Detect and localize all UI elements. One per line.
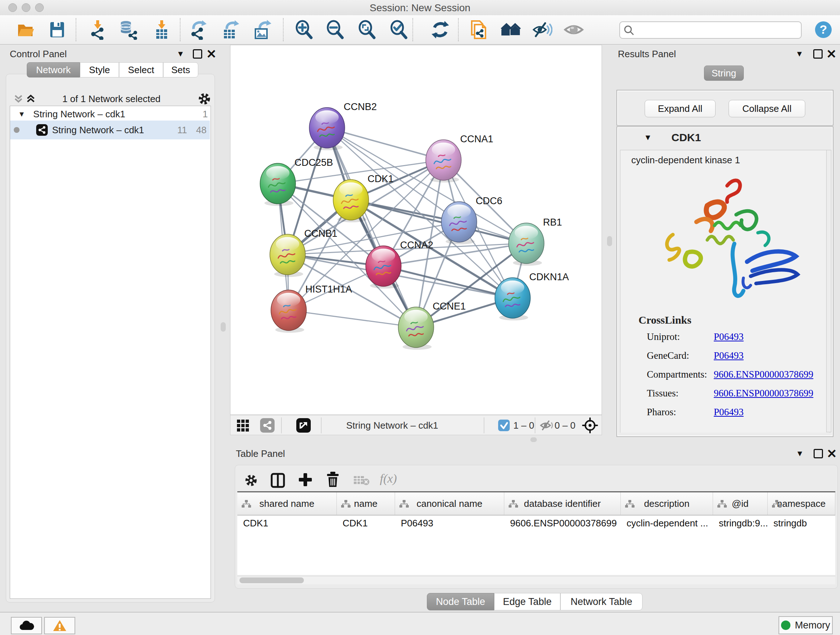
delete-table-icon[interactable] [353, 475, 370, 488]
control-panel-tabs: NetworkStyleSelectSets [27, 62, 198, 78]
results-panel-close-icon[interactable]: ✕ [826, 48, 837, 60]
table-hscrollbar-thumb[interactable] [240, 578, 304, 583]
table-cell[interactable]: 9606.ENSP00000378699 [504, 515, 621, 532]
table-cell[interactable]: P06493 [395, 515, 504, 532]
column-header--id[interactable]: @id [713, 492, 767, 515]
hide-selected-icon[interactable] [532, 19, 553, 40]
network-badge-icon[interactable] [260, 418, 275, 434]
network-row-selected[interactable]: String Network – cdk1 11 48 [10, 120, 210, 139]
show-columns-icon[interactable] [270, 472, 286, 490]
table-cell[interactable]: CDK1 [237, 515, 337, 532]
zoom-in-icon[interactable] [294, 19, 314, 40]
protein-collapse-icon[interactable]: ▼ [644, 134, 652, 141]
expand-all-tree-icon[interactable] [26, 93, 35, 106]
delete-column-trash-icon[interactable] [325, 471, 341, 489]
tab-network-table[interactable]: Network Table [561, 593, 643, 610]
open-in-browser-icon[interactable] [296, 418, 311, 434]
column-header-description[interactable]: description [621, 492, 713, 515]
table-panel-collapse-icon[interactable]: ▼ [796, 450, 804, 458]
zoom-fit-icon[interactable] [357, 19, 377, 40]
results-panel-float-icon[interactable] [813, 49, 823, 59]
network-canvas[interactable]: CCNB2CCNA1CDC25BCDK1CDC6RB1CCNB1CCNA2CDK… [230, 45, 602, 415]
table-hscrollbar[interactable] [237, 576, 835, 584]
fit-selected-crosshair-icon[interactable] [582, 417, 598, 435]
collapse-all-tree-icon[interactable] [14, 93, 23, 106]
export-network-icon[interactable] [188, 19, 209, 40]
control-panel-collapse-icon[interactable]: ▼ [177, 50, 185, 58]
network-node-cdkn1a[interactable]: CDKN1A [495, 272, 569, 320]
tab-edge-table[interactable]: Edge Table [494, 593, 561, 610]
zoom-selected-icon[interactable] [388, 19, 409, 40]
tab-network[interactable]: Network [27, 62, 80, 78]
selected-checkbox-icon[interactable] [498, 420, 510, 432]
search-input[interactable] [638, 23, 795, 36]
crosslink-link[interactable]: 9606.ENSP00000378699 [714, 388, 813, 399]
node-gloss-highlight [515, 226, 538, 240]
column-header-shared-name[interactable]: shared name [237, 492, 337, 515]
tab-select[interactable]: Select [119, 62, 163, 78]
column-header-canonical-name[interactable]: canonical name [395, 492, 504, 515]
copy-document-icon[interactable] [468, 19, 488, 40]
tab-sets[interactable]: Sets [163, 62, 198, 78]
table-panel: f(x) shared namenamecanonical namedataba… [235, 465, 838, 589]
crosslink-link[interactable]: 9606.ENSP00000378699 [714, 369, 813, 380]
first-neighbors-icon[interactable] [501, 19, 521, 40]
table-cell[interactable]: cyclin-dependent ... [621, 515, 713, 532]
warnings-button[interactable] [44, 617, 75, 634]
collapse-all-button[interactable]: Collapse All [729, 100, 805, 117]
import-network-icon[interactable] [88, 19, 108, 40]
network-edge-count: 48 [196, 125, 207, 136]
memory-button[interactable]: Memory [778, 616, 833, 634]
results-expand-collapse-box: Expand All Collapse All [616, 90, 834, 126]
add-column-icon[interactable] [297, 472, 313, 489]
control-panel-float-icon[interactable] [193, 49, 202, 59]
network-node-cdk1[interactable]: CDK1 [333, 173, 393, 222]
results-panel-collapse-icon[interactable]: ▼ [796, 50, 804, 58]
table-panel-close-icon[interactable]: ✕ [827, 448, 837, 460]
crosslink-link[interactable]: P06493 [714, 350, 744, 361]
network-node-cdc6[interactable]: CDC6 [441, 195, 502, 244]
results-scrollbar[interactable] [826, 150, 831, 432]
show-graphics-icon[interactable] [564, 19, 584, 40]
network-node-rb1[interactable]: RB1 [508, 217, 562, 266]
network-collection-row[interactable]: ▼ String Network – cdk1 1 [10, 108, 210, 120]
table-cell[interactable]: stringdb [767, 515, 835, 532]
table-cell[interactable]: stringdb:9... [713, 515, 767, 532]
node-label-rb1: RB1 [543, 217, 562, 228]
zoom-out-icon[interactable] [325, 19, 345, 40]
refresh-icon[interactable] [430, 19, 450, 40]
tab-style[interactable]: Style [80, 62, 119, 78]
open-session-icon[interactable] [15, 19, 35, 40]
control-panel-close-icon[interactable]: ✕ [206, 48, 217, 60]
column-header-database-identifier[interactable]: database identifier [504, 492, 621, 515]
birds-eye-view-icon[interactable] [236, 419, 250, 434]
cloud-status-button[interactable] [11, 617, 42, 634]
help-icon[interactable]: ? [813, 19, 834, 40]
network-edge[interactable] [351, 200, 526, 243]
column-header-name[interactable]: name [337, 492, 395, 515]
crosslink-link[interactable]: P06493 [714, 331, 744, 342]
import-table-icon[interactable] [152, 19, 172, 40]
network-node-hist1h1a[interactable]: HIST1H1A [271, 284, 352, 333]
tab-node-table[interactable]: Node Table [427, 593, 494, 610]
network-node-ccne1[interactable]: CCNE1 [398, 301, 466, 350]
crosslink-link[interactable]: P06493 [714, 407, 744, 418]
bottom-splitter-handle[interactable] [531, 437, 537, 442]
save-session-icon[interactable] [47, 19, 67, 40]
column-header-namespace[interactable]: namespace [767, 492, 835, 515]
table-cell[interactable]: CDK1 [337, 515, 395, 532]
network-edge[interactable] [327, 128, 416, 327]
table-panel-float-icon[interactable] [813, 449, 823, 458]
tab-string[interactable]: String [704, 65, 744, 81]
tree-expand-icon[interactable]: ▼ [18, 110, 25, 119]
export-image-icon[interactable] [252, 19, 272, 40]
table-gear-icon[interactable] [243, 472, 259, 490]
hidden-eye-icon[interactable] [539, 419, 555, 433]
function-builder-icon[interactable]: f(x) [380, 472, 397, 486]
left-splitter-handle[interactable] [221, 322, 226, 332]
import-database-icon[interactable] [118, 19, 138, 40]
right-splitter-handle[interactable] [607, 236, 612, 246]
network-edge[interactable] [289, 310, 416, 327]
expand-all-button[interactable]: Expand All [645, 100, 715, 117]
export-table-icon[interactable] [220, 19, 240, 40]
